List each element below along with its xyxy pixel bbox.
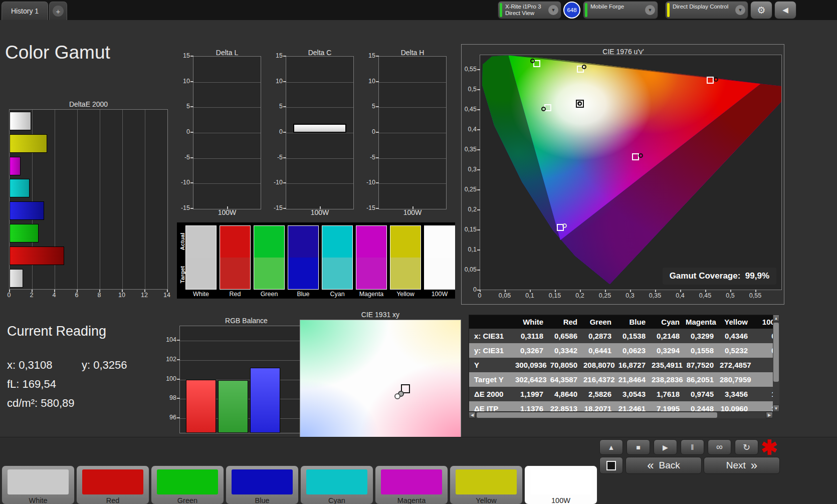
x-tick xyxy=(630,290,631,292)
column-header: Blue xyxy=(617,315,652,329)
pattern-button-green[interactable]: Green xyxy=(151,465,224,504)
swatch-column-blue xyxy=(288,225,319,290)
bar-blue xyxy=(250,368,280,433)
pattern-label: White xyxy=(2,496,74,504)
pattern-swatch xyxy=(456,469,517,494)
scroll-right-button[interactable]: ▶ xyxy=(766,412,773,418)
table-vertical-scrollbar[interactable]: ▲ ▼ xyxy=(773,315,779,412)
y-tick xyxy=(177,340,180,341)
y-tick-label: 0,1 xyxy=(463,246,477,253)
add-tab-button[interactable]: + xyxy=(49,2,67,20)
pause-button[interactable]: ‖ xyxy=(681,439,704,455)
tab-history-label: History 1 xyxy=(11,7,39,15)
x-tick-label: 0,25 xyxy=(597,292,613,299)
stop-icon: ■ xyxy=(636,443,640,451)
y-tick-label: 10 xyxy=(271,78,283,85)
x-tick-label: 0 xyxy=(5,292,13,299)
table-cell: 10,0960 xyxy=(720,401,754,412)
x-tick xyxy=(705,290,706,292)
play-button[interactable]: ▶ xyxy=(654,439,677,455)
refresh-icon: ↻ xyxy=(743,442,750,453)
chevron-down-icon: ▼ xyxy=(645,5,655,15)
table-cell: 0,2148 xyxy=(652,329,686,343)
arrow-down-icon: ▼ xyxy=(774,406,778,411)
pattern-swatch xyxy=(157,469,218,494)
continuous-read-button[interactable]: ∞ xyxy=(708,439,731,455)
pause-icon: ‖ xyxy=(691,443,694,451)
chevrons-right-icon: » xyxy=(751,458,757,472)
meter-status-stripe xyxy=(500,3,502,17)
bar-yellow xyxy=(10,134,47,153)
pattern-label: Yellow xyxy=(450,496,522,504)
pattern-button-cyan[interactable]: Cyan xyxy=(300,465,373,504)
table-cell: 1,1376 xyxy=(515,401,549,412)
scroll-up-button[interactable]: ▲ xyxy=(773,315,779,322)
next-button[interactable]: Next » xyxy=(704,457,780,474)
gridline xyxy=(379,183,446,184)
cie1931-title: CIE 1931 xy xyxy=(300,311,461,319)
y-tick xyxy=(477,149,480,150)
blank-pattern-button[interactable] xyxy=(599,457,623,474)
swatch-column-yellow xyxy=(390,225,421,290)
y-tick-label: 0 xyxy=(178,128,190,135)
pattern-up-button[interactable]: ▲ xyxy=(599,439,623,455)
gridline xyxy=(286,158,353,159)
pattern-button-red[interactable]: Red xyxy=(76,465,149,504)
back-button[interactable]: « Back xyxy=(625,457,702,474)
collapse-panel-button[interactable]: ◀ xyxy=(774,1,796,19)
x-tick-label: 10 xyxy=(118,292,126,299)
swatch-label: Blue xyxy=(284,291,323,298)
settings-button[interactable]: ⚙ xyxy=(750,1,772,19)
calman-window: History 1 + X-Rite i1Pro 3 Direct View ▼… xyxy=(0,0,837,504)
scrollbar-thumb[interactable] xyxy=(773,323,779,382)
y-tick xyxy=(376,182,379,183)
y-tick-label: 0,2 xyxy=(463,206,477,213)
y-tick xyxy=(376,56,379,57)
gridline xyxy=(180,341,313,341)
pattern-bar: WhiteRedGreenBlueCyanMagentaYellow100W ▲… xyxy=(0,437,837,504)
column-header: White xyxy=(515,315,549,329)
table-horizontal-scrollbar[interactable]: ◀ ▶ xyxy=(469,412,773,418)
gridline xyxy=(379,82,446,83)
tab-history-1[interactable]: History 1 xyxy=(2,2,48,20)
chevrons-left-icon: « xyxy=(647,458,654,472)
y-tick xyxy=(190,132,193,133)
y-tick-label: 0,35 xyxy=(463,146,477,153)
alert-asterisk-icon[interactable]: ✱ xyxy=(761,437,778,457)
scroll-down-button[interactable]: ▼ xyxy=(773,405,779,412)
target-swatch xyxy=(186,258,216,289)
pattern-button-white[interactable]: White xyxy=(2,465,75,504)
y-tick xyxy=(190,182,193,183)
y-tick xyxy=(477,209,480,210)
table-cell: 87,7520 xyxy=(686,358,720,372)
meter-badge[interactable]: 648 xyxy=(563,2,580,19)
table-row: x: CIE310,31180,65860,28730,15380,21480,… xyxy=(469,329,779,343)
table-cell: 16,8727 xyxy=(617,358,652,372)
stop-button[interactable]: ■ xyxy=(626,439,650,455)
y-tick xyxy=(283,132,286,133)
source-dropdown[interactable]: Mobile Forge ▼ xyxy=(583,1,658,19)
x-tick xyxy=(555,290,556,292)
bar-red xyxy=(186,380,216,433)
pattern-label: Blue xyxy=(226,496,298,504)
y-tick xyxy=(477,129,480,130)
pattern-button-yellow[interactable]: Yellow xyxy=(450,465,523,504)
swatch-column-cyan xyxy=(322,225,353,290)
display-control-dropdown[interactable]: Direct Display Control ▼ xyxy=(665,1,748,19)
scroll-left-button[interactable]: ◀ xyxy=(469,412,476,418)
reading-marker-yellow xyxy=(582,65,586,69)
source-status-stripe xyxy=(585,3,587,17)
y-tick xyxy=(283,56,286,57)
pattern-button-100w[interactable]: 100W xyxy=(524,465,597,504)
refresh-button[interactable]: ↻ xyxy=(735,439,758,455)
pattern-button-blue[interactable]: Blue xyxy=(226,465,299,504)
meter-dropdown[interactable]: X-Rite i1Pro 3 Direct View ▼ xyxy=(498,1,561,19)
x-tick xyxy=(144,290,145,292)
y-tick-label: 10 xyxy=(363,78,375,85)
y-tick xyxy=(190,106,193,107)
row-label: ΔE ITP xyxy=(469,401,515,412)
pattern-button-magenta[interactable]: Magenta xyxy=(375,465,448,504)
pattern-label: 100W xyxy=(525,496,597,504)
scrollbar-thumb[interactable] xyxy=(477,412,717,418)
table-cell: 1,7618 xyxy=(652,387,686,401)
